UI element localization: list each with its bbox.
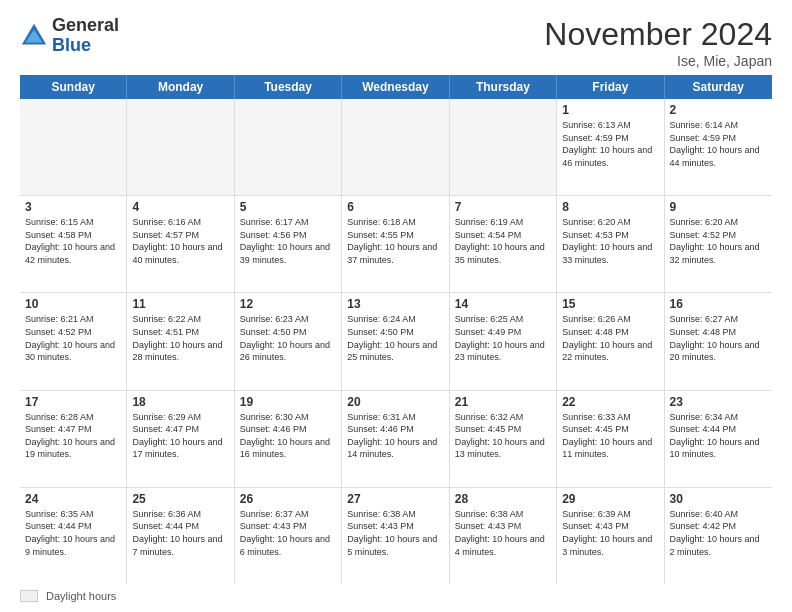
calendar-cell: 12Sunrise: 6:23 AM Sunset: 4:50 PM Dayli… [235, 293, 342, 389]
calendar-cell: 1Sunrise: 6:13 AM Sunset: 4:59 PM Daylig… [557, 99, 664, 195]
calendar-cell: 16Sunrise: 6:27 AM Sunset: 4:48 PM Dayli… [665, 293, 772, 389]
cell-info: Sunrise: 6:28 AM Sunset: 4:47 PM Dayligh… [25, 411, 121, 461]
calendar-row: 17Sunrise: 6:28 AM Sunset: 4:47 PM Dayli… [20, 391, 772, 488]
day-number: 9 [670, 200, 767, 214]
calendar-cell: 2Sunrise: 6:14 AM Sunset: 4:59 PM Daylig… [665, 99, 772, 195]
day-number: 25 [132, 492, 228, 506]
cell-info: Sunrise: 6:26 AM Sunset: 4:48 PM Dayligh… [562, 313, 658, 363]
calendar-cell: 8Sunrise: 6:20 AM Sunset: 4:53 PM Daylig… [557, 196, 664, 292]
calendar-cell: 13Sunrise: 6:24 AM Sunset: 4:50 PM Dayli… [342, 293, 449, 389]
cell-info: Sunrise: 6:20 AM Sunset: 4:53 PM Dayligh… [562, 216, 658, 266]
cell-info: Sunrise: 6:39 AM Sunset: 4:43 PM Dayligh… [562, 508, 658, 558]
calendar-cell [127, 99, 234, 195]
calendar-header-cell: Friday [557, 75, 664, 99]
calendar-row: 24Sunrise: 6:35 AM Sunset: 4:44 PM Dayli… [20, 488, 772, 584]
calendar-cell: 30Sunrise: 6:40 AM Sunset: 4:42 PM Dayli… [665, 488, 772, 584]
calendar-cell [20, 99, 127, 195]
calendar-row: 10Sunrise: 6:21 AM Sunset: 4:52 PM Dayli… [20, 293, 772, 390]
calendar-row: 1Sunrise: 6:13 AM Sunset: 4:59 PM Daylig… [20, 99, 772, 196]
calendar-cell: 17Sunrise: 6:28 AM Sunset: 4:47 PM Dayli… [20, 391, 127, 487]
calendar-cell: 29Sunrise: 6:39 AM Sunset: 4:43 PM Dayli… [557, 488, 664, 584]
day-number: 29 [562, 492, 658, 506]
logo-icon [20, 22, 48, 50]
calendar-cell [450, 99, 557, 195]
cell-info: Sunrise: 6:16 AM Sunset: 4:57 PM Dayligh… [132, 216, 228, 266]
cell-info: Sunrise: 6:19 AM Sunset: 4:54 PM Dayligh… [455, 216, 551, 266]
day-number: 7 [455, 200, 551, 214]
cell-info: Sunrise: 6:17 AM Sunset: 4:56 PM Dayligh… [240, 216, 336, 266]
cell-info: Sunrise: 6:24 AM Sunset: 4:50 PM Dayligh… [347, 313, 443, 363]
location: Ise, Mie, Japan [544, 53, 772, 69]
cell-info: Sunrise: 6:15 AM Sunset: 4:58 PM Dayligh… [25, 216, 121, 266]
calendar-header-cell: Saturday [665, 75, 772, 99]
cell-info: Sunrise: 6:22 AM Sunset: 4:51 PM Dayligh… [132, 313, 228, 363]
day-number: 22 [562, 395, 658, 409]
calendar-header-cell: Monday [127, 75, 234, 99]
calendar-cell: 23Sunrise: 6:34 AM Sunset: 4:44 PM Dayli… [665, 391, 772, 487]
calendar-cell: 25Sunrise: 6:36 AM Sunset: 4:44 PM Dayli… [127, 488, 234, 584]
calendar-cell: 18Sunrise: 6:29 AM Sunset: 4:47 PM Dayli… [127, 391, 234, 487]
day-number: 19 [240, 395, 336, 409]
cell-info: Sunrise: 6:36 AM Sunset: 4:44 PM Dayligh… [132, 508, 228, 558]
calendar-cell [235, 99, 342, 195]
calendar-cell: 4Sunrise: 6:16 AM Sunset: 4:57 PM Daylig… [127, 196, 234, 292]
cell-info: Sunrise: 6:33 AM Sunset: 4:45 PM Dayligh… [562, 411, 658, 461]
title-block: November 2024 Ise, Mie, Japan [544, 16, 772, 69]
calendar-cell: 7Sunrise: 6:19 AM Sunset: 4:54 PM Daylig… [450, 196, 557, 292]
calendar-header-cell: Wednesday [342, 75, 449, 99]
calendar-header: SundayMondayTuesdayWednesdayThursdayFrid… [20, 75, 772, 99]
day-number: 17 [25, 395, 121, 409]
day-number: 11 [132, 297, 228, 311]
calendar: SundayMondayTuesdayWednesdayThursdayFrid… [20, 75, 772, 584]
day-number: 6 [347, 200, 443, 214]
calendar-cell [342, 99, 449, 195]
daylight-box-icon [20, 590, 38, 602]
calendar-cell: 21Sunrise: 6:32 AM Sunset: 4:45 PM Dayli… [450, 391, 557, 487]
day-number: 18 [132, 395, 228, 409]
cell-info: Sunrise: 6:37 AM Sunset: 4:43 PM Dayligh… [240, 508, 336, 558]
page: General Blue November 2024 Ise, Mie, Jap… [0, 0, 792, 612]
cell-info: Sunrise: 6:13 AM Sunset: 4:59 PM Dayligh… [562, 119, 658, 169]
calendar-header-cell: Tuesday [235, 75, 342, 99]
cell-info: Sunrise: 6:32 AM Sunset: 4:45 PM Dayligh… [455, 411, 551, 461]
day-number: 3 [25, 200, 121, 214]
day-number: 1 [562, 103, 658, 117]
day-number: 13 [347, 297, 443, 311]
calendar-cell: 5Sunrise: 6:17 AM Sunset: 4:56 PM Daylig… [235, 196, 342, 292]
cell-info: Sunrise: 6:21 AM Sunset: 4:52 PM Dayligh… [25, 313, 121, 363]
calendar-cell: 20Sunrise: 6:31 AM Sunset: 4:46 PM Dayli… [342, 391, 449, 487]
cell-info: Sunrise: 6:27 AM Sunset: 4:48 PM Dayligh… [670, 313, 767, 363]
day-number: 4 [132, 200, 228, 214]
logo: General Blue [20, 16, 119, 56]
calendar-cell: 15Sunrise: 6:26 AM Sunset: 4:48 PM Dayli… [557, 293, 664, 389]
day-number: 2 [670, 103, 767, 117]
day-number: 30 [670, 492, 767, 506]
day-number: 8 [562, 200, 658, 214]
cell-info: Sunrise: 6:20 AM Sunset: 4:52 PM Dayligh… [670, 216, 767, 266]
day-number: 27 [347, 492, 443, 506]
day-number: 21 [455, 395, 551, 409]
cell-info: Sunrise: 6:40 AM Sunset: 4:42 PM Dayligh… [670, 508, 767, 558]
calendar-cell: 26Sunrise: 6:37 AM Sunset: 4:43 PM Dayli… [235, 488, 342, 584]
cell-info: Sunrise: 6:29 AM Sunset: 4:47 PM Dayligh… [132, 411, 228, 461]
day-number: 15 [562, 297, 658, 311]
day-number: 26 [240, 492, 336, 506]
logo-general-text: General [52, 15, 119, 35]
daylight-label: Daylight hours [46, 590, 116, 602]
calendar-cell: 22Sunrise: 6:33 AM Sunset: 4:45 PM Dayli… [557, 391, 664, 487]
cell-info: Sunrise: 6:31 AM Sunset: 4:46 PM Dayligh… [347, 411, 443, 461]
header: General Blue November 2024 Ise, Mie, Jap… [20, 16, 772, 69]
logo-blue-text: Blue [52, 35, 91, 55]
calendar-cell: 10Sunrise: 6:21 AM Sunset: 4:52 PM Dayli… [20, 293, 127, 389]
calendar-cell: 19Sunrise: 6:30 AM Sunset: 4:46 PM Dayli… [235, 391, 342, 487]
cell-info: Sunrise: 6:14 AM Sunset: 4:59 PM Dayligh… [670, 119, 767, 169]
cell-info: Sunrise: 6:35 AM Sunset: 4:44 PM Dayligh… [25, 508, 121, 558]
cell-info: Sunrise: 6:38 AM Sunset: 4:43 PM Dayligh… [455, 508, 551, 558]
cell-info: Sunrise: 6:34 AM Sunset: 4:44 PM Dayligh… [670, 411, 767, 461]
calendar-cell: 28Sunrise: 6:38 AM Sunset: 4:43 PM Dayli… [450, 488, 557, 584]
cell-info: Sunrise: 6:38 AM Sunset: 4:43 PM Dayligh… [347, 508, 443, 558]
cell-info: Sunrise: 6:18 AM Sunset: 4:55 PM Dayligh… [347, 216, 443, 266]
day-number: 16 [670, 297, 767, 311]
day-number: 23 [670, 395, 767, 409]
month-title: November 2024 [544, 16, 772, 53]
